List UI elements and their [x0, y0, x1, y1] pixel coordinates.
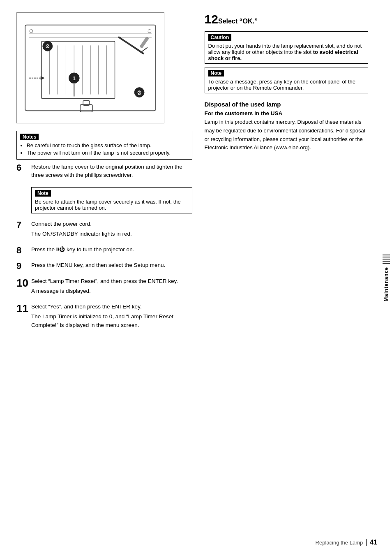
footer-divider [366, 539, 367, 546]
step-12-header: 12Select “OK.” [205, 12, 368, 26]
step-11-content: Select “Yes”, and then press the ENTER k… [31, 303, 192, 331]
step-7-content: Connect the power cord. The ON/STANDBY i… [31, 220, 192, 240]
caution-box-text: Do not put your hands into the lamp repl… [208, 43, 364, 61]
footer-page-num: 41 [370, 539, 377, 546]
note-box-6-text: Be sure to attach the lamp cover securel… [35, 199, 189, 211]
notes-box-title: Notes [20, 134, 39, 140]
footer-text: Replacing the Lamp [316, 540, 363, 546]
step-8-content: Press the I/⏻ key to turn the projector … [31, 246, 192, 255]
note-box-right-text: To erase a message, press any key on the… [208, 79, 364, 91]
right-column: 12Select “OK.” Caution Do not put your h… [201, 12, 368, 544]
notes-box: Notes Be careful not to touch the glass … [16, 131, 192, 160]
step-10-number: 10 [16, 277, 31, 289]
disposal-text: Lamp in this product contains mercury. D… [205, 118, 368, 152]
svg-marker-25 [41, 76, 45, 80]
side-tab-lines [383, 255, 390, 264]
svg-line-19 [119, 37, 143, 54]
side-tab-line-2 [383, 257, 390, 257]
step-11-line2: The Lamp Timer is initialized to 0, and … [31, 313, 192, 329]
side-tab-line-1 [383, 255, 390, 255]
note-box-right: Note To erase a message, press any key o… [205, 67, 368, 93]
note-box-6: Note Be sure to attach the lamp cover se… [31, 187, 192, 213]
step-9-content: Press the MENU key, and then select the … [31, 261, 192, 271]
step-10: 10 Select “Lamp Timer Reset”, and then p… [16, 277, 192, 297]
step-11-number: 11 [16, 303, 31, 315]
step-9-text: Press the MENU key, and then select the … [31, 261, 192, 269]
side-tab-line-4 [383, 261, 390, 262]
disposal-title: Disposal of the used lamp [205, 101, 368, 108]
step-10-content: Select “Lamp Timer Reset”, and then pres… [31, 277, 192, 297]
svg-rect-3 [42, 41, 115, 98]
step-12-text: Select “OK.” [218, 18, 258, 25]
step-6: 6 Restore the lamp cover to the original… [16, 163, 192, 181]
step-10-line1: Select “Lamp Timer Reset”, and then pres… [31, 277, 192, 285]
step-6-text: Restore the lamp cover to the original p… [31, 163, 192, 180]
lamp-illustration: 1 2 2 [16, 12, 164, 123]
step-10-line2: A message is displayed. [31, 287, 192, 295]
side-tab-label: Maintenance [383, 267, 389, 301]
svg-rect-21 [139, 37, 149, 49]
step-9: 9 Press the MENU key, and then select th… [16, 261, 192, 271]
notes-list: Be careful not to touch the glass surfac… [27, 142, 189, 156]
note-box-6-title: Note [35, 190, 51, 197]
disposal-subtitle: For the customers in the USA [205, 110, 368, 116]
step-12-number: 12 [205, 12, 218, 26]
step-8: 8 Press the I/⏻ key to turn the projecto… [16, 246, 192, 255]
svg-line-20 [141, 47, 148, 52]
svg-point-29 [148, 30, 151, 33]
note-item-2: The power will not turn on if the lamp i… [27, 150, 189, 156]
step-9-number: 9 [16, 261, 31, 271]
step-7-number: 7 [16, 220, 31, 230]
step-8-number: 8 [16, 246, 31, 255]
page-footer: Replacing the Lamp 41 [316, 539, 377, 546]
svg-text:1: 1 [73, 75, 76, 81]
step-7-line1: Connect the power cord. [31, 220, 192, 228]
disposal-section: Disposal of the used lamp For the custom… [205, 101, 368, 152]
page: 1 2 2 [0, 0, 392, 556]
step-8-text: Press the I/⏻ key to turn the projector … [31, 246, 192, 254]
step-7: 7 Connect the power cord. The ON/STANDBY… [16, 220, 192, 240]
caution-box: Caution Do not put your hands into the l… [205, 31, 368, 64]
caution-box-title: Caution [208, 34, 232, 41]
side-tab: Maintenance [380, 0, 392, 556]
svg-point-28 [30, 30, 33, 33]
main-content: 1 2 2 [0, 0, 380, 556]
note-item-1: Be careful not to touch the glass surfac… [27, 142, 189, 148]
side-tab-line-3 [383, 259, 390, 259]
step-7-line2: The ON/STANDBY indicator lights in red. [31, 230, 192, 238]
side-tab-line-5 [383, 263, 390, 264]
note-box-right-title: Note [208, 70, 224, 76]
left-column: 1 2 2 [16, 12, 201, 544]
step-11-line1: Select “Yes”, and then press the ENTER k… [31, 303, 192, 311]
step-6-content: Restore the lamp cover to the original p… [31, 163, 192, 181]
step-6-number: 6 [16, 163, 31, 173]
step-11: 11 Select “Yes”, and then press the ENTE… [16, 303, 192, 331]
